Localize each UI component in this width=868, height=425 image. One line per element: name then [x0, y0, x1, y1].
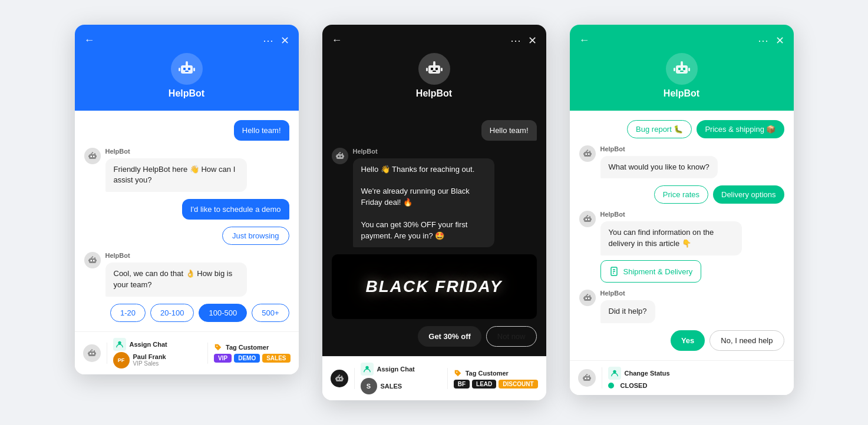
svg-rect-99: [589, 375, 590, 377]
svg-rect-11: [94, 153, 95, 155]
chat-widget-2: ← ⋯ ✕ HelpBot: [322, 25, 546, 401]
svg-rect-9: [91, 153, 92, 155]
user-msg-row-3: Just browsing: [84, 227, 289, 245]
bot-msg-row-3c: HelpBot Did it help?: [579, 290, 784, 323]
team-size-options: 1-20 20-100 100-500 500+: [84, 304, 289, 322]
bot-sender-1: HelpBot: [105, 148, 247, 155]
svg-rect-75: [588, 153, 590, 155]
tag-label-row-2: Tag Customer: [454, 369, 538, 377]
svg-rect-49: [341, 155, 342, 157]
prices-shipping-btn[interactable]: Prices & shipping 📦: [697, 120, 784, 138]
bot-text-1: Friendly HelpBot here 👋 How can I assist…: [105, 158, 247, 192]
svg-rect-69: [586, 151, 587, 152]
menu-button-1[interactable]: ⋯: [263, 34, 273, 47]
chat-body-3: Bug report 🐛 Prices & shipping 📦: [570, 111, 794, 360]
assign-section-2: Assign Chat S SALES: [361, 363, 441, 394]
svg-rect-31: [93, 353, 94, 354]
bot-text-2: Cool, we can do that 👌 How big is your t…: [105, 263, 247, 297]
svg-point-104: [613, 370, 616, 373]
svg-rect-102: [585, 377, 586, 379]
chat-footer-3: Change Status CLOSED: [570, 360, 794, 395]
svg-rect-23: [93, 260, 95, 262]
header-controls-1: ← ⋯ ✕: [84, 34, 289, 47]
bot-msg-bubble-3c: HelpBot Did it help?: [600, 290, 655, 323]
svg-rect-60: [676, 65, 688, 74]
svg-rect-72: [583, 153, 585, 155]
svg-rect-77: [586, 216, 587, 218]
footer-bot-avatar-2: [331, 370, 348, 387]
close-button-2[interactable]: ✕: [528, 34, 537, 47]
yes-btn-3[interactable]: Yes: [671, 330, 705, 351]
footer-bot-avatar-1: [83, 344, 101, 362]
svg-rect-51: [338, 376, 339, 377]
svg-rect-63: [680, 71, 684, 72]
back-button-1[interactable]: ←: [84, 34, 95, 47]
svg-point-65: [681, 61, 683, 64]
svg-rect-14: [90, 155, 92, 157]
bot-msg-avatar-3b: [579, 211, 596, 227]
svg-rect-6: [179, 68, 180, 71]
assign-label-row-1: Assign Chat: [113, 338, 202, 351]
svg-rect-92: [583, 297, 585, 299]
close-button-3[interactable]: ✕: [775, 34, 784, 47]
tag-bf-2: BF: [454, 380, 470, 389]
svg-rect-81: [590, 218, 592, 220]
tag-discount-2: DISCOUNT: [499, 380, 537, 389]
bot-msg-row-2: HelpBot Cool, we can do that 👌 How big i…: [84, 252, 289, 297]
svg-rect-0: [181, 65, 193, 74]
menu-button-2[interactable]: ⋯: [510, 34, 521, 47]
header-controls-3: ← ⋯ ✕: [579, 34, 784, 47]
assign-icon-1: [113, 338, 126, 351]
bug-report-btn[interactable]: Bug report 🐛: [627, 120, 692, 138]
assign-label-1: Assign Chat: [130, 341, 167, 348]
svg-rect-66: [674, 68, 675, 71]
svg-point-39: [433, 61, 435, 64]
doc-link-3[interactable]: Shipment & Delivery: [600, 260, 702, 283]
team-avatar-2: S: [361, 378, 377, 394]
svg-rect-8: [89, 154, 96, 159]
just-browsing-btn[interactable]: Just browsing: [222, 227, 289, 245]
bot-sender-3b: HelpBot: [600, 211, 742, 218]
team-20-100[interactable]: 20-100: [150, 304, 194, 322]
bot-text-3a: What would you like to know?: [600, 156, 718, 179]
team-100-500[interactable]: 100-500: [199, 304, 247, 322]
footer-divider-1a: [107, 343, 107, 364]
back-button-2[interactable]: ←: [332, 34, 342, 47]
bot-msg-bubble-3a: HelpBot What would you like to know?: [600, 145, 718, 179]
bot-msg-row-2a: HelpBot Hello 👋 Thanks for reaching out.…: [332, 148, 537, 248]
svg-rect-62: [683, 68, 685, 70]
user-row-1: PF Paul Frank VIP Sales: [113, 352, 202, 368]
delivery-options-btn[interactable]: Delivery options: [713, 185, 784, 204]
tag-icon-2: [454, 369, 462, 377]
svg-rect-103: [588, 377, 589, 379]
no-help-btn-3[interactable]: No, I need help: [709, 330, 784, 351]
svg-point-52: [338, 375, 339, 376]
bot-msg-row-3a: HelpBot What would you like to know?: [579, 145, 784, 179]
price-rates-btn[interactable]: Price rates: [654, 185, 708, 204]
close-button-1[interactable]: ✕: [280, 34, 289, 47]
status-value-row-3: CLOSED: [608, 382, 786, 389]
chat-header-2: ← ⋯ ✕ HelpBot: [322, 25, 546, 111]
header-right-icons-1: ⋯ ✕: [263, 34, 289, 47]
not-now-btn[interactable]: Not now: [486, 326, 537, 347]
header-controls-2: ← ⋯ ✕: [332, 34, 537, 47]
assign-section-1: Assign Chat PF Paul Frank VIP Sales: [113, 338, 202, 368]
svg-rect-50: [336, 377, 343, 381]
status-icon-3: [608, 367, 621, 380]
svg-rect-83: [588, 219, 590, 221]
svg-rect-22: [90, 260, 92, 262]
team-1-20[interactable]: 1-20: [110, 304, 146, 322]
user-info-1: Paul Frank VIP Sales: [133, 353, 166, 367]
get-30-btn[interactable]: Get 30% off: [418, 326, 481, 347]
svg-rect-34: [428, 65, 440, 74]
bot-name-3: HelpBot: [664, 88, 699, 99]
team-500-plus[interactable]: 500+: [252, 304, 289, 322]
tag-label-2: Tag Customer: [466, 370, 509, 377]
menu-button-3[interactable]: ⋯: [758, 34, 768, 47]
footer-divider-2a: [354, 368, 355, 389]
svg-rect-48: [338, 155, 339, 157]
bot-text-3c: Did it help?: [600, 300, 655, 323]
svg-rect-42: [336, 154, 344, 159]
svg-rect-30: [90, 353, 91, 354]
back-button-3[interactable]: ←: [579, 34, 590, 47]
